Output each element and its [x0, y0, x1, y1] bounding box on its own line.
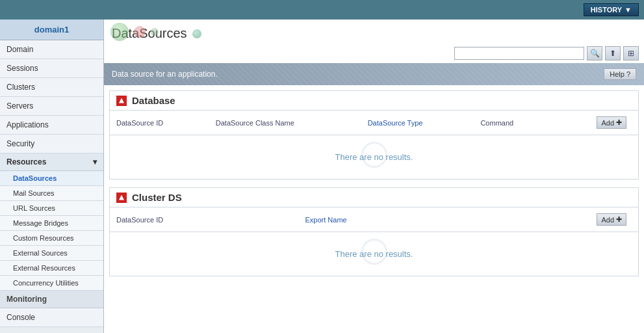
- database-no-results: There are no results.: [116, 139, 632, 175]
- cluster-no-results-text: There are no results.: [335, 249, 413, 259]
- sidebar-section-resources[interactable]: Resources ▾: [0, 153, 103, 171]
- resources-label: Resources: [6, 157, 46, 166]
- page-title-circle: [192, 29, 201, 38]
- add-plus-icon: ✚: [616, 118, 622, 127]
- database-add-label: Add: [601, 119, 614, 127]
- upload-icon: ⬆: [610, 49, 616, 58]
- deco-circle-1: [110, 23, 129, 41]
- db-col-command: Command: [474, 111, 550, 135]
- sidebar-sub-custom-resources[interactable]: Custom Resources: [0, 231, 103, 246]
- cluster-table: DataSource ID Export Name Add ✚: [110, 207, 638, 276]
- sidebar-sub-concurrency-utilities[interactable]: Concurrency Utilities: [0, 276, 103, 291]
- cluster-table-header-row: DataSource ID Export Name Add ✚: [110, 207, 638, 232]
- cluster-col-datasource-id: DataSource ID: [110, 207, 298, 232]
- database-section-icon: [116, 96, 127, 106]
- sidebar-item-console[interactable]: Console: [0, 308, 103, 327]
- cluster-no-results-row: There are no results.: [110, 232, 638, 276]
- db-col-class-name: DataSource Class Name: [209, 111, 361, 135]
- cluster-section-header: Cluster DS: [110, 188, 638, 207]
- database-table-header-row: DataSource ID DataSource Class Name Data…: [110, 111, 638, 135]
- help-icon: ?: [626, 70, 630, 78]
- sidebar-item-sessions[interactable]: Sessions: [0, 59, 103, 78]
- content-area: DataSources 🔍 ⬆ ⊞ Data source for an app…: [104, 20, 644, 333]
- sidebar-item-domain[interactable]: Domain: [0, 40, 103, 59]
- deco-circle-2: [134, 26, 146, 38]
- db-col-add: Add ✚: [550, 111, 638, 135]
- deco-circle-3: [151, 28, 159, 36]
- resources-arrow-icon: ▾: [93, 157, 97, 166]
- database-section-header: Database: [110, 91, 638, 111]
- search-icon: 🔍: [590, 49, 600, 58]
- cluster-section: Cluster DS DataSource ID Export Name Add…: [109, 187, 639, 276]
- database-section: Database DataSource ID DataSource Class …: [109, 90, 639, 180]
- toolbar: 🔍 ⬆ ⊞: [104, 44, 644, 63]
- database-no-results-text: There are no results.: [335, 152, 413, 162]
- cluster-add-plus-icon: ✚: [616, 215, 622, 224]
- history-label: HISTORY: [591, 6, 622, 14]
- cluster-add-button[interactable]: Add ✚: [597, 213, 626, 226]
- sidebar-domain[interactable]: domain1: [0, 20, 103, 40]
- decorative-circles: [110, 23, 159, 41]
- sidebar-sub-external-resources[interactable]: External Resources: [0, 261, 103, 276]
- upload-button[interactable]: ⬆: [605, 46, 621, 60]
- search-input[interactable]: [454, 47, 584, 60]
- database-add-button[interactable]: Add ✚: [597, 116, 626, 129]
- sidebar-sub-external-sources[interactable]: External Sources: [0, 246, 103, 261]
- cluster-section-icon: [116, 193, 127, 203]
- sidebar-sub-mail-sources[interactable]: Mail Sources: [0, 186, 103, 201]
- grid-icon: ⊞: [628, 49, 634, 58]
- sidebar: domain1 Domain Sessions Clusters Servers…: [0, 20, 104, 333]
- sidebar-item-applications[interactable]: Applications: [0, 116, 103, 135]
- sidebar-sub-message-bridges[interactable]: Message Bridges: [0, 216, 103, 231]
- help-label: Help: [610, 70, 625, 78]
- sidebar-item-servers[interactable]: Servers: [0, 97, 103, 116]
- help-button[interactable]: Help ?: [604, 68, 636, 80]
- sidebar-sub-datasources[interactable]: DataSources: [0, 171, 103, 186]
- cluster-col-add: Add ✚: [471, 207, 638, 232]
- sidebar-item-security[interactable]: Security: [0, 135, 103, 153]
- main-layout: domain1 Domain Sessions Clusters Servers…: [0, 20, 644, 333]
- db-col-datasource-id: DataSource ID: [110, 111, 209, 135]
- db-col-type[interactable]: DataSource Type: [361, 111, 474, 135]
- sidebar-item-clusters[interactable]: Clusters: [0, 78, 103, 97]
- database-no-results-row: There are no results.: [110, 135, 638, 180]
- page-header: DataSources: [104, 20, 644, 44]
- database-section-title: Database: [132, 95, 175, 106]
- grid-button[interactable]: ⊞: [623, 46, 639, 60]
- top-bar: HISTORY ▼: [0, 0, 644, 20]
- sidebar-section-monitoring[interactable]: Monitoring: [0, 291, 103, 308]
- search-button[interactable]: 🔍: [587, 46, 602, 60]
- sidebar-sub-url-sources[interactable]: URL Sources: [0, 201, 103, 216]
- info-banner: Data source for an application. Help ?: [104, 63, 644, 85]
- cluster-add-label: Add: [601, 216, 614, 224]
- history-button[interactable]: HISTORY ▼: [584, 3, 639, 16]
- cluster-col-export-name[interactable]: Export Name: [298, 207, 470, 232]
- history-arrow-icon: ▼: [625, 6, 632, 14]
- cluster-section-title: Cluster DS: [132, 192, 182, 203]
- info-text: Data source for an application.: [112, 70, 218, 79]
- database-table: DataSource ID DataSource Class Name Data…: [110, 111, 638, 179]
- cluster-no-results: There are no results.: [116, 236, 632, 272]
